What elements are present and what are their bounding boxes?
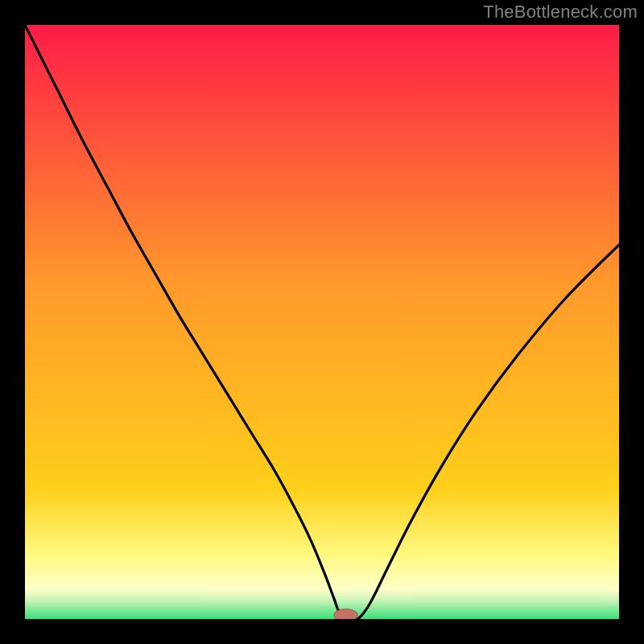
plot-svg xyxy=(25,25,619,619)
optimal-marker xyxy=(334,609,358,619)
watermark-text: TheBottleneck.com xyxy=(483,2,638,23)
gradient-background xyxy=(25,25,619,619)
chart-frame: TheBottleneck.com xyxy=(0,0,644,644)
plot-area xyxy=(25,25,619,619)
